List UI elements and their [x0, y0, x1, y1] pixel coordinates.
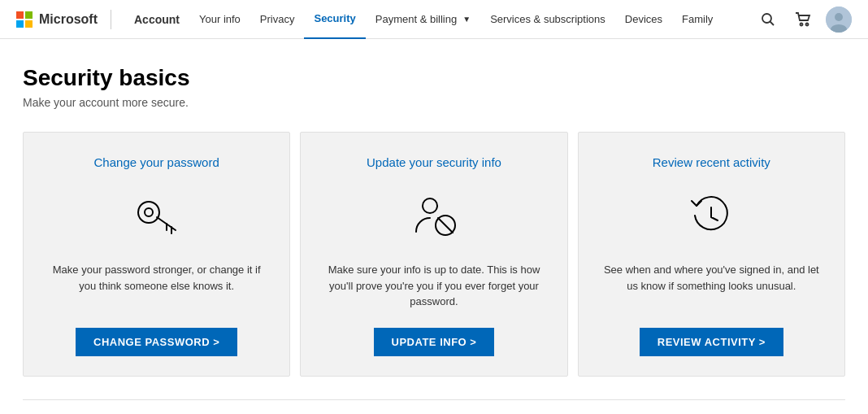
- main-nav: Account Your info Privacy Security Payme…: [124, 0, 756, 39]
- avatar-image: [826, 7, 852, 33]
- page-title: Security basics: [23, 65, 845, 91]
- nav-item-family[interactable]: Family: [672, 0, 723, 39]
- card-title-activity: Review recent activity: [653, 155, 770, 169]
- person-blocked-icon: [406, 187, 462, 244]
- key-icon: [128, 187, 185, 244]
- header: Microsoft Account Your info Privacy Secu…: [0, 0, 868, 39]
- card-desc-activity: See when and where you've signed in, and…: [598, 262, 825, 310]
- nav-item-privacy[interactable]: Privacy: [250, 0, 305, 39]
- svg-point-7: [138, 202, 159, 223]
- chevron-down-icon: ▼: [462, 15, 471, 24]
- logo-text: Microsoft: [39, 12, 98, 27]
- cards-container: Change your password Make your password …: [23, 132, 845, 377]
- svg-line-14: [438, 218, 453, 233]
- svg-point-0: [762, 14, 771, 23]
- avatar[interactable]: [826, 7, 852, 33]
- card-title-info: Update your security info: [367, 155, 501, 169]
- nav-item-services[interactable]: Services & subscriptions: [480, 0, 615, 39]
- logo-grid: [16, 11, 33, 28]
- cart-icon: [795, 12, 811, 27]
- clock-back-icon: [683, 187, 740, 244]
- svg-point-12: [423, 198, 437, 213]
- header-divider: [111, 10, 111, 29]
- search-button[interactable]: [756, 7, 780, 32]
- card-update-info: Update your security info Make sure your…: [300, 132, 567, 377]
- header-icons: [756, 7, 852, 33]
- card-change-password: Change your password Make your password …: [23, 132, 290, 377]
- cart-button[interactable]: [790, 7, 816, 32]
- card-review-activity: Review recent activity See when and wher…: [578, 132, 845, 377]
- nav-item-devices[interactable]: Devices: [615, 0, 672, 39]
- card-desc-password: Make your password stronger, or change i…: [43, 262, 270, 310]
- svg-line-1: [770, 21, 775, 25]
- footer-note: Done with the basics? Explore more secur…: [23, 399, 845, 415]
- review-activity-button[interactable]: REVIEW ACTIVITY >: [640, 328, 783, 356]
- svg-point-5: [835, 13, 843, 21]
- card-title-password: Change your password: [94, 155, 219, 169]
- update-info-button[interactable]: UPDATE INFO >: [374, 328, 495, 356]
- nav-item-security[interactable]: Security: [304, 0, 365, 39]
- nav-item-yourinfo[interactable]: Your info: [189, 0, 250, 39]
- change-password-button[interactable]: CHANGE PASSWORD >: [76, 328, 237, 356]
- svg-point-3: [806, 23, 809, 25]
- page-subtitle: Make your account more secure.: [23, 96, 845, 109]
- nav-item-payment[interactable]: Payment & billing ▼: [366, 0, 480, 39]
- search-icon: [761, 12, 775, 27]
- microsoft-logo[interactable]: Microsoft: [16, 11, 98, 28]
- svg-point-2: [801, 23, 803, 25]
- svg-point-8: [145, 208, 153, 216]
- nav-item-account[interactable]: Account: [124, 0, 189, 39]
- main-content: Security basics Make your account more s…: [0, 39, 868, 414]
- card-desc-info: Make sure your info is up to date. This …: [320, 262, 547, 310]
